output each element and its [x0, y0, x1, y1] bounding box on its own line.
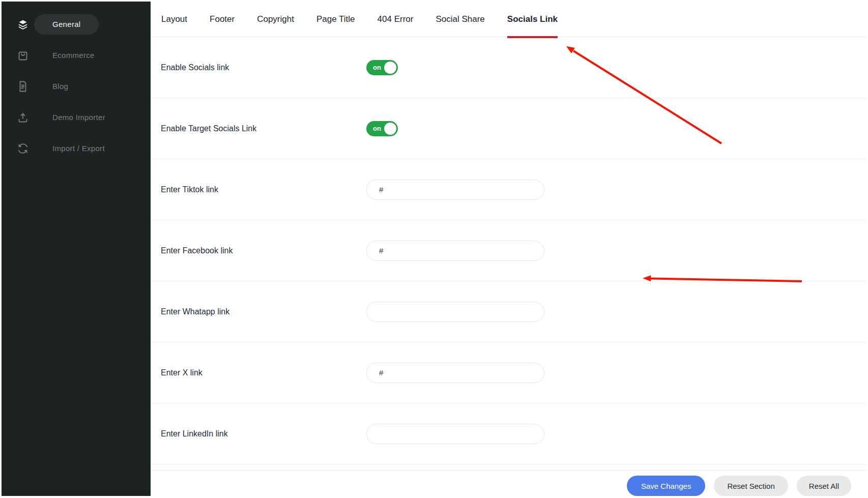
footer-gap	[151, 464, 866, 470]
sidebar-item-import-export[interactable]: Import / Export	[2, 133, 151, 164]
main-panel: Layout Footer Copyright Page Title 404 E…	[151, 2, 866, 496]
link-input[interactable]	[366, 424, 544, 444]
link-input[interactable]	[366, 363, 544, 383]
setting-label: Enter Whatapp link	[161, 307, 366, 316]
document-icon	[17, 80, 29, 93]
upload-icon	[17, 111, 29, 124]
sidebar-item-ecommerce[interactable]: Ecommerce	[2, 40, 151, 71]
sidebar: General	[2, 2, 151, 496]
settings-row: Enter X link	[151, 342, 866, 403]
setting-label: Enable Socials link	[161, 63, 366, 72]
active-tab-underline	[507, 36, 558, 38]
link-input[interactable]	[366, 180, 544, 200]
setting-label: Enter X link	[161, 368, 366, 377]
sidebar-item-blog[interactable]: Blog	[2, 71, 151, 102]
sidebar-item-demo-importer[interactable]: Demo Importer	[2, 102, 151, 133]
toggle-on-label: on	[373, 125, 381, 132]
setting-label: Enter LinkedIn link	[161, 429, 366, 438]
tab-copyright[interactable]: Copyright	[257, 2, 294, 37]
settings-row: Enable Socials link on	[151, 37, 866, 98]
settings-row: Enter Facebook link	[151, 220, 866, 281]
settings-row: Enter Whatapp link	[151, 281, 866, 342]
toggle-switch[interactable]: on	[366, 60, 398, 75]
tab-bar: Layout Footer Copyright Page Title 404 E…	[151, 2, 866, 37]
toggle-switch[interactable]: on	[366, 121, 398, 136]
sidebar-item-label: Demo Importer	[52, 113, 105, 122]
tab-social-share[interactable]: Social Share	[436, 2, 484, 37]
settings-rows: Enable Socials link on Enable Target Soc…	[151, 37, 866, 464]
reset-section-button[interactable]: Reset Section	[714, 476, 788, 496]
toggle-knob	[384, 62, 396, 74]
sync-icon	[17, 142, 29, 155]
tab-footer[interactable]: Footer	[210, 2, 235, 37]
save-changes-button[interactable]: Save Changes	[627, 476, 705, 496]
tab-404-error[interactable]: 404 Error	[378, 2, 414, 37]
reset-all-button[interactable]: Reset All	[797, 476, 851, 496]
sidebar-item-general[interactable]: General	[2, 9, 151, 40]
link-input[interactable]	[366, 302, 544, 322]
tab-layout[interactable]: Layout	[161, 2, 187, 37]
sidebar-item-label: Import / Export	[52, 144, 105, 153]
toggle-knob	[384, 123, 396, 135]
setting-label: Enter Tiktok link	[161, 185, 366, 194]
footer-bar: Save Changes Reset Section Reset All	[151, 470, 866, 496]
sidebar-item-label: Blog	[52, 82, 68, 91]
app-window: General	[2, 2, 866, 496]
sidebar-item-label: Ecommerce	[52, 51, 95, 60]
tab-page-title[interactable]: Page Title	[316, 2, 355, 37]
setting-label: Enable Target Socials Link	[161, 124, 366, 133]
toggle-on-label: on	[373, 64, 381, 71]
layers-icon	[17, 18, 29, 31]
tab-socials-link[interactable]: Socials Link	[507, 2, 558, 37]
link-input[interactable]	[366, 241, 544, 261]
setting-label: Enter Facebook link	[161, 246, 366, 255]
settings-row: Enter Tiktok link	[151, 159, 866, 220]
shopping-bag-icon	[17, 49, 29, 62]
settings-row: Enable Target Socials Link on	[151, 98, 866, 159]
settings-row: Enter LinkedIn link	[151, 403, 866, 464]
sidebar-item-label: General	[52, 20, 80, 28]
